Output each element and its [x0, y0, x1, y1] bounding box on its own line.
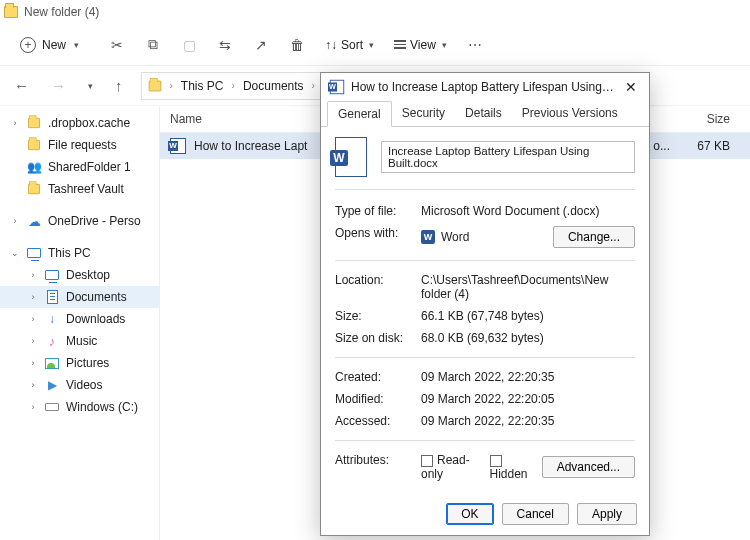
- paste-icon[interactable]: ▢: [181, 37, 197, 53]
- more-icon[interactable]: ⋯: [467, 37, 483, 53]
- tree-label: Downloads: [66, 312, 125, 326]
- tab-general[interactable]: General: [327, 101, 392, 127]
- tree-label: SharedFolder 1: [48, 160, 131, 174]
- tree-item-onedrive[interactable]: ›☁OneDrive - Perso: [0, 210, 159, 232]
- hidden-checkbox[interactable]: Hidden: [490, 453, 530, 481]
- back-button[interactable]: ←: [10, 73, 33, 98]
- drive-icon: [44, 399, 60, 415]
- delete-icon[interactable]: 🗑: [289, 37, 305, 53]
- tree-item-videos[interactable]: ›▶Videos: [0, 374, 159, 396]
- tab-security[interactable]: Security: [392, 101, 455, 126]
- apply-button[interactable]: Apply: [577, 503, 637, 525]
- new-button[interactable]: + New ▾: [10, 33, 89, 57]
- tree-label: Tashreef Vault: [48, 182, 124, 196]
- chevron-down-icon: ▾: [74, 40, 79, 50]
- tree-item-desktop[interactable]: ›Desktop: [0, 264, 159, 286]
- properties-dialog: How to Increase Laptop Battery Lifespan …: [320, 72, 650, 536]
- expander-icon[interactable]: ›: [10, 216, 20, 226]
- tree-label: Pictures: [66, 356, 109, 370]
- label-size: Size:: [335, 309, 421, 323]
- pictures-icon: [44, 355, 60, 371]
- dialog-footer: OK Cancel Apply: [321, 493, 649, 535]
- tree-item-drive-c[interactable]: ›Windows (C:): [0, 396, 159, 418]
- value-type: Microsoft Word Document (.docx): [421, 204, 635, 218]
- music-icon: ♪: [44, 333, 60, 349]
- word-app-icon: W: [421, 230, 435, 244]
- forward-button[interactable]: →: [47, 73, 70, 98]
- tree-label: Windows (C:): [66, 400, 138, 414]
- tree-item[interactable]: Tashreef Vault: [0, 178, 159, 200]
- tab-details[interactable]: Details: [455, 101, 512, 126]
- shared-folder-icon: 👥: [26, 159, 42, 175]
- folder-icon: [148, 80, 161, 91]
- tree-item-music[interactable]: ›♪Music: [0, 330, 159, 352]
- close-icon[interactable]: ✕: [621, 79, 641, 95]
- view-icon: [394, 40, 406, 49]
- label-modified: Modified:: [335, 392, 421, 406]
- tree-item[interactable]: ›.dropbox.cache: [0, 112, 159, 134]
- chevron-right-icon: ›: [232, 80, 235, 91]
- chevron-right-icon: ›: [312, 80, 315, 91]
- label-disk: Size on disk:: [335, 331, 421, 345]
- filename-input[interactable]: Increase Laptop Battery Lifespan Using B…: [381, 141, 635, 173]
- copy-icon[interactable]: ⧉: [145, 37, 161, 53]
- cancel-button[interactable]: Cancel: [502, 503, 569, 525]
- label-location: Location:: [335, 273, 421, 301]
- label-created: Created:: [335, 370, 421, 384]
- breadcrumb-item[interactable]: This PC: [181, 79, 224, 93]
- tree-item-pictures[interactable]: ›Pictures: [0, 352, 159, 374]
- value-opens: Word: [441, 230, 469, 244]
- col-size[interactable]: Size: [670, 112, 740, 126]
- expander-icon[interactable]: ⌄: [10, 248, 20, 258]
- readonly-checkbox[interactable]: Read-only: [421, 453, 474, 481]
- word-doc-icon: [330, 80, 344, 94]
- chevron-down-icon: ▾: [442, 40, 447, 50]
- tree-item[interactable]: 👥SharedFolder 1: [0, 156, 159, 178]
- breadcrumb-item[interactable]: Documents: [243, 79, 304, 93]
- sort-button[interactable]: ↑↓ Sort ▾: [325, 38, 374, 52]
- videos-icon: ▶: [44, 377, 60, 393]
- value-disk: 68.0 KB (69,632 bytes): [421, 331, 635, 345]
- dialog-tabs: General Security Details Previous Versio…: [321, 101, 649, 127]
- file-size: 67 KB: [670, 139, 740, 153]
- tree-label: Desktop: [66, 268, 110, 282]
- chevron-right-icon: ›: [170, 80, 173, 91]
- up-arrow-icon[interactable]: ↑: [111, 73, 127, 98]
- share-icon[interactable]: ↗: [253, 37, 269, 53]
- up-button[interactable]: ▾: [84, 77, 97, 95]
- file-ext: o...: [653, 139, 670, 153]
- dialog-title: How to Increase Laptop Battery Lifespan …: [351, 80, 615, 94]
- label-accessed: Accessed:: [335, 414, 421, 428]
- tree-item-downloads[interactable]: ›↓Downloads: [0, 308, 159, 330]
- tree-item-thispc[interactable]: ⌄This PC: [0, 242, 159, 264]
- label-attributes: Attributes:: [335, 453, 421, 481]
- dialog-body: Increase Laptop Battery Lifespan Using B…: [321, 127, 649, 493]
- tree-label: OneDrive - Perso: [48, 214, 141, 228]
- label-type: Type of file:: [335, 204, 421, 218]
- sort-icon: ↑↓: [325, 38, 337, 52]
- advanced-button[interactable]: Advanced...: [542, 456, 635, 478]
- word-doc-icon: [170, 138, 186, 154]
- folder-icon: [4, 6, 18, 18]
- dialog-title-bar[interactable]: How to Increase Laptop Battery Lifespan …: [321, 73, 649, 101]
- tree-item[interactable]: File requests: [0, 134, 159, 156]
- expander-icon[interactable]: ›: [10, 118, 20, 128]
- downloads-icon: ↓: [44, 311, 60, 327]
- window-title: New folder (4): [24, 5, 99, 19]
- value-accessed: 09 March 2022, 22:20:35: [421, 414, 635, 428]
- tree-item-documents[interactable]: ›Documents: [0, 286, 159, 308]
- tree-label: Music: [66, 334, 97, 348]
- change-button[interactable]: Change...: [553, 226, 635, 248]
- ok-button[interactable]: OK: [446, 503, 493, 525]
- documents-icon: [44, 289, 60, 305]
- rename-icon[interactable]: ⇆: [217, 37, 233, 53]
- breadcrumb[interactable]: › This PC › Documents ›: [141, 72, 324, 100]
- sort-label: Sort: [341, 38, 363, 52]
- tab-previous-versions[interactable]: Previous Versions: [512, 101, 628, 126]
- value-created: 09 March 2022, 22:20:35: [421, 370, 635, 384]
- view-button[interactable]: View ▾: [394, 38, 447, 52]
- pc-icon: [26, 245, 42, 261]
- word-doc-large-icon: [335, 137, 367, 177]
- cut-icon[interactable]: ✂: [109, 37, 125, 53]
- plus-icon: +: [20, 37, 36, 53]
